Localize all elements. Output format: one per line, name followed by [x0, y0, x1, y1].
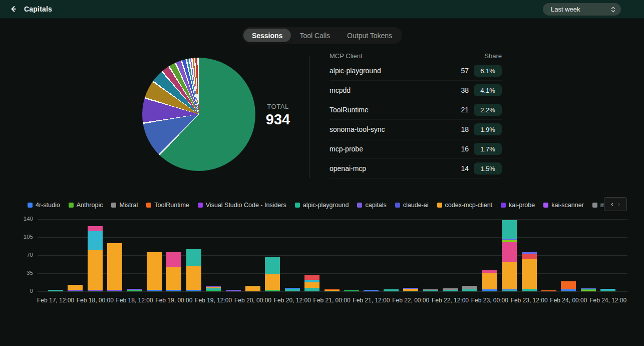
- sessions-bar-chart: 03570105140Feb 17, 12:00Feb 18, 00:00Feb…: [0, 216, 644, 316]
- stacked-bar: [384, 289, 399, 291]
- x-axis-tick: Feb 20, 12:00: [270, 297, 315, 304]
- bar-segment-green: [561, 291, 576, 291]
- bar-segment-amber: [166, 267, 181, 290]
- bar-segment-pink: [502, 242, 517, 262]
- legend-swatch: [357, 203, 362, 208]
- stacked-bar: [364, 290, 379, 291]
- stacked-bar: [423, 289, 438, 291]
- legend-swatch: [295, 203, 300, 208]
- legend-item-4r-studio[interactable]: 4r-studio: [28, 202, 60, 209]
- bar-segment-violet: [226, 290, 241, 291]
- bar-segment-green: [48, 291, 63, 291]
- legend-item-codex-mcp-client[interactable]: codex-mcp-client: [437, 202, 492, 209]
- date-range-value: Last week: [551, 6, 580, 13]
- legend-item-claude-ai[interactable]: claude-ai: [395, 202, 429, 209]
- legend-item-kai-probe[interactable]: kai-probe: [501, 202, 535, 209]
- client-count: 18: [457, 125, 469, 133]
- legend-prev-icon[interactable]: ‹: [610, 201, 613, 208]
- stacked-bar: [68, 285, 83, 291]
- bar-segment-green: [462, 291, 477, 291]
- legend-item-alpic-playground[interactable]: alpic-playground: [295, 202, 349, 209]
- legend-item-toolruntime[interactable]: ToolRuntime: [146, 202, 189, 209]
- share-badge: 4.1%: [474, 84, 502, 96]
- x-axis-tick: Feb 21, 00:00: [309, 297, 355, 304]
- legend-label: codex-mcp-client: [445, 202, 492, 209]
- bar-segment-green: [107, 291, 122, 291]
- back-button[interactable]: [6, 2, 20, 16]
- stacked-bar: [581, 288, 596, 291]
- stacked-bar: [344, 290, 359, 291]
- x-axis-tick: Feb 18, 00:00: [73, 297, 118, 304]
- stacked-bar: [147, 252, 162, 291]
- legend-swatch: [437, 203, 442, 208]
- legend-swatch: [501, 203, 506, 208]
- sessions-pie-chart: [142, 58, 255, 171]
- legend-item-anthropic[interactable]: Anthropic: [69, 202, 103, 209]
- stacked-bar: [522, 252, 537, 291]
- bar-segment-green: [68, 291, 83, 291]
- bar-segment-teal: [443, 290, 458, 291]
- legend-label: ToolRuntime: [154, 202, 189, 209]
- y-axis-tick: 0: [13, 288, 33, 294]
- legend-label: capitals: [365, 202, 386, 209]
- legend-swatch: [69, 203, 74, 208]
- stacked-bar: [226, 290, 241, 291]
- x-axis-tick: Feb 18, 12:00: [112, 297, 157, 304]
- legend-swatch: [395, 203, 400, 208]
- bar-segment-amber: [502, 262, 517, 289]
- legend-next-icon[interactable]: ›: [617, 201, 620, 208]
- client-table-header: MCP Client Share: [330, 50, 502, 61]
- legend-label: kai-probe: [509, 202, 535, 209]
- tab-output-tokens[interactable]: Output Tokens: [339, 29, 401, 42]
- client-count: 57: [457, 67, 469, 75]
- bar-segment-green: [206, 290, 221, 291]
- stacked-bar: [325, 289, 340, 291]
- legend-item-mistral[interactable]: Mistral: [111, 202, 138, 209]
- stacked-bar: [285, 288, 300, 291]
- stacked-bar: [600, 289, 615, 291]
- bar-segment-green: [344, 290, 359, 291]
- legend-swatch: [592, 203, 597, 208]
- stacked-bar: [245, 286, 260, 291]
- bar-segment-green: [522, 291, 537, 291]
- y-axis-tick: 70: [13, 252, 33, 258]
- legend-swatch: [111, 203, 116, 208]
- bar-segment-red: [522, 254, 537, 259]
- tab-sessions[interactable]: Sessions: [243, 29, 291, 42]
- col-share: Share: [484, 52, 502, 60]
- tab-tool-calls[interactable]: Tool Calls: [291, 29, 339, 42]
- y-axis-tick: 35: [13, 270, 33, 276]
- bar-segment-amber: [265, 274, 280, 290]
- date-range-select[interactable]: Last week: [543, 3, 621, 16]
- table-row: alpic-playground 57 6.1%: [330, 61, 502, 81]
- legend-item-capitals[interactable]: capitals: [357, 202, 386, 209]
- stacked-bar: [48, 290, 63, 291]
- share-badge: 1.9%: [474, 123, 502, 135]
- total-value: 934: [250, 111, 305, 128]
- bar-segment-teal: [482, 291, 497, 291]
- legend-label: 4r-studio: [36, 202, 60, 209]
- stacked-bar: [502, 220, 517, 291]
- bar-segment-orangeRed: [541, 290, 556, 291]
- stacked-bar: [304, 275, 319, 291]
- legend-item-visual-studio-code-insiders[interactable]: Visual Studio Code - Insiders: [198, 202, 286, 209]
- x-axis-tick: Feb 23, 12:00: [507, 297, 552, 304]
- bar-segment-amber: [88, 250, 103, 290]
- x-axis-tick: Feb 21, 12:00: [349, 297, 394, 304]
- x-axis-tick: Feb 19, 00:00: [151, 297, 196, 304]
- bar-segment-orangeRed: [561, 281, 576, 289]
- client-name: mcp-probe: [330, 145, 363, 153]
- total-block: TOTAL 934: [250, 103, 305, 128]
- x-axis-tick: Feb 20, 00:00: [230, 297, 275, 304]
- bar-chart-legend: 4r-studio Anthropic Mistral ToolRuntime …: [28, 200, 606, 210]
- x-axis-tick: Feb 17, 12:00: [33, 297, 78, 304]
- legend-swatch: [543, 203, 548, 208]
- legend-item-kai-scanner[interactable]: kai-scanner: [543, 202, 584, 209]
- bar-segment-amber: [245, 286, 260, 291]
- top-bar: Capitals Last week: [0, 0, 644, 19]
- client-name: openai-mcp: [330, 164, 366, 172]
- legend-pagination: ‹ ›: [604, 197, 627, 211]
- share-badge: 6.1%: [474, 65, 502, 77]
- stacked-bar: [206, 286, 221, 291]
- stacked-bar: [561, 281, 576, 291]
